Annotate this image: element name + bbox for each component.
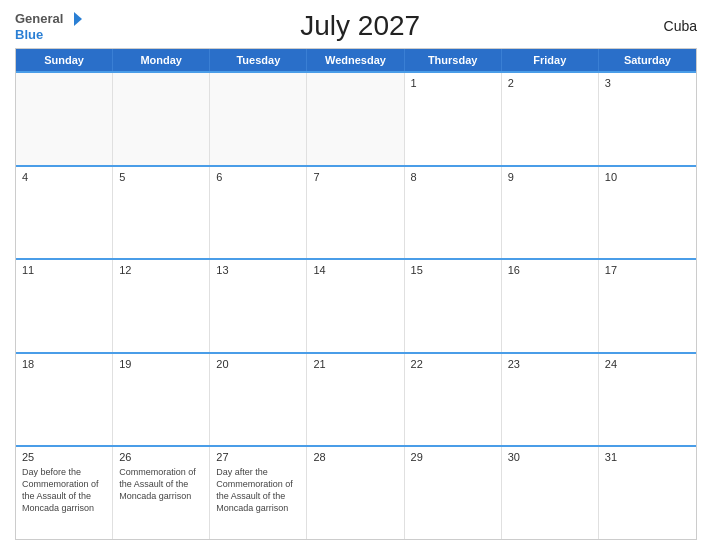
header-thursday: Thursday — [405, 49, 502, 71]
header-monday: Monday — [113, 49, 210, 71]
calendar-cell-w5-d3: 27Day after the Commemoration of the Ass… — [210, 447, 307, 539]
calendar-cell-w5-d4: 28 — [307, 447, 404, 539]
day-number: 29 — [411, 451, 495, 463]
logo-flag-icon — [65, 10, 83, 28]
calendar-cell-w4-d1: 18 — [16, 354, 113, 446]
calendar-cell-w3-d3: 13 — [210, 260, 307, 352]
day-number: 17 — [605, 264, 690, 276]
day-number: 23 — [508, 358, 592, 370]
day-number: 18 — [22, 358, 106, 370]
day-number: 7 — [313, 171, 397, 183]
day-number: 6 — [216, 171, 300, 183]
calendar-cell-w5-d1: 25Day before the Commemoration of the As… — [16, 447, 113, 539]
calendar-cell-w2-d1: 4 — [16, 167, 113, 259]
day-number: 20 — [216, 358, 300, 370]
day-number: 26 — [119, 451, 203, 463]
calendar-cell-w1-d3 — [210, 73, 307, 165]
calendar-cell-w4-d3: 20 — [210, 354, 307, 446]
day-number: 22 — [411, 358, 495, 370]
day-number: 28 — [313, 451, 397, 463]
day-number: 21 — [313, 358, 397, 370]
logo-blue-text: Blue — [15, 28, 43, 42]
logo-general-text: General — [15, 12, 63, 26]
day-number: 24 — [605, 358, 690, 370]
calendar-cell-w3-d6: 16 — [502, 260, 599, 352]
calendar-cell-w5-d6: 30 — [502, 447, 599, 539]
day-number: 14 — [313, 264, 397, 276]
calendar-cell-w3-d1: 11 — [16, 260, 113, 352]
calendar-cell-w2-d7: 10 — [599, 167, 696, 259]
calendar-page: General Blue July 2027 Cuba Sunday Monda… — [0, 0, 712, 550]
calendar-cell-w4-d4: 21 — [307, 354, 404, 446]
day-number: 27 — [216, 451, 300, 463]
day-number: 11 — [22, 264, 106, 276]
calendar-week-2: 45678910 — [16, 165, 696, 259]
day-number: 31 — [605, 451, 690, 463]
svg-marker-0 — [74, 12, 82, 26]
calendar-cell-w1-d6: 2 — [502, 73, 599, 165]
logo: General Blue — [15, 10, 83, 42]
calendar-cell-w5-d5: 29 — [405, 447, 502, 539]
calendar-week-5: 25Day before the Commemoration of the As… — [16, 445, 696, 539]
calendar-cell-w3-d7: 17 — [599, 260, 696, 352]
calendar-header: Sunday Monday Tuesday Wednesday Thursday… — [16, 49, 696, 71]
header-saturday: Saturday — [599, 49, 696, 71]
calendar-week-4: 18192021222324 — [16, 352, 696, 446]
calendar-cell-w2-d4: 7 — [307, 167, 404, 259]
calendar-cell-w1-d5: 1 — [405, 73, 502, 165]
day-number: 2 — [508, 77, 592, 89]
day-number: 30 — [508, 451, 592, 463]
calendar-cell-w1-d1 — [16, 73, 113, 165]
calendar-grid: Sunday Monday Tuesday Wednesday Thursday… — [15, 48, 697, 540]
header-friday: Friday — [502, 49, 599, 71]
calendar-cell-w2-d6: 9 — [502, 167, 599, 259]
country-label: Cuba — [637, 18, 697, 34]
day-number: 4 — [22, 171, 106, 183]
calendar-cell-w2-d3: 6 — [210, 167, 307, 259]
calendar-cell-w3-d4: 14 — [307, 260, 404, 352]
page-header: General Blue July 2027 Cuba — [15, 10, 697, 42]
calendar-cell-w4-d6: 23 — [502, 354, 599, 446]
calendar-cell-w1-d2 — [113, 73, 210, 165]
calendar-week-3: 11121314151617 — [16, 258, 696, 352]
day-number: 12 — [119, 264, 203, 276]
calendar-cell-w3-d5: 15 — [405, 260, 502, 352]
day-number: 3 — [605, 77, 690, 89]
header-tuesday: Tuesday — [210, 49, 307, 71]
calendar-cell-w4-d7: 24 — [599, 354, 696, 446]
day-event: Commemoration of the Assault of the Monc… — [119, 467, 203, 502]
calendar-cell-w5-d7: 31 — [599, 447, 696, 539]
day-number: 8 — [411, 171, 495, 183]
calendar-cell-w1-d4 — [307, 73, 404, 165]
calendar-week-1: 123 — [16, 71, 696, 165]
calendar-cell-w4-d2: 19 — [113, 354, 210, 446]
calendar-cell-w2-d2: 5 — [113, 167, 210, 259]
calendar-cell-w1-d7: 3 — [599, 73, 696, 165]
calendar-cell-w3-d2: 12 — [113, 260, 210, 352]
day-number: 15 — [411, 264, 495, 276]
day-event: Day before the Commemoration of the Assa… — [22, 467, 106, 514]
day-event: Day after the Commemoration of the Assau… — [216, 467, 300, 514]
calendar-body: 1234567891011121314151617181920212223242… — [16, 71, 696, 539]
calendar-cell-w4-d5: 22 — [405, 354, 502, 446]
calendar-cell-w2-d5: 8 — [405, 167, 502, 259]
day-number: 10 — [605, 171, 690, 183]
day-number: 19 — [119, 358, 203, 370]
header-sunday: Sunday — [16, 49, 113, 71]
day-number: 9 — [508, 171, 592, 183]
header-wednesday: Wednesday — [307, 49, 404, 71]
day-number: 1 — [411, 77, 495, 89]
day-number: 5 — [119, 171, 203, 183]
page-title: July 2027 — [83, 10, 637, 42]
day-number: 16 — [508, 264, 592, 276]
calendar-cell-w5-d2: 26Commemoration of the Assault of the Mo… — [113, 447, 210, 539]
day-number: 13 — [216, 264, 300, 276]
day-number: 25 — [22, 451, 106, 463]
